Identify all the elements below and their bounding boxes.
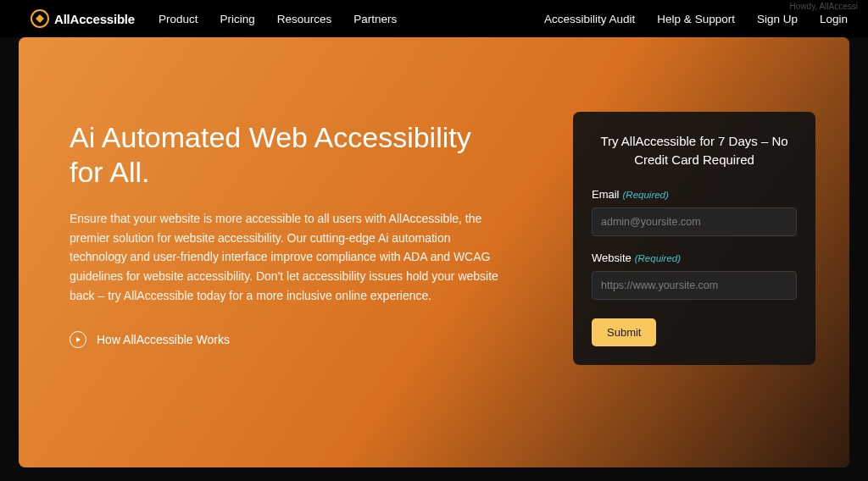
nav-help-support[interactable]: Help & Support	[657, 13, 735, 25]
how-it-works-link[interactable]: How AllAccessible Works	[70, 331, 230, 348]
nav-secondary: Accessibility Audit Help & Support Sign …	[544, 13, 848, 25]
website-label: Website(Required)	[592, 252, 797, 264]
play-icon	[70, 331, 86, 348]
logo-icon	[31, 9, 49, 28]
hero-headline: Ai Automated Web Accessibility for All.	[70, 120, 510, 191]
email-input[interactable]	[592, 207, 797, 236]
hero-section: Ai Automated Web Accessibility for All. …	[19, 37, 849, 467]
submit-button[interactable]: Submit	[592, 318, 656, 346]
nav-sign-up[interactable]: Sign Up	[757, 13, 798, 25]
email-label: Email(Required)	[592, 188, 797, 201]
nav-login[interactable]: Login	[820, 13, 848, 25]
email-label-text: Email	[592, 188, 620, 201]
website-input[interactable]	[592, 271, 797, 300]
website-label-text: Website	[592, 252, 632, 264]
website-field-group: Website(Required)	[592, 252, 797, 300]
brand-logo[interactable]: AllAccessible	[31, 9, 135, 28]
signup-card: Try AllAccessible for 7 Days – No Credit…	[573, 112, 815, 365]
website-required-text: (Required)	[635, 253, 681, 263]
nav-partners[interactable]: Partners	[353, 13, 397, 25]
main-header: AllAccessible Product Pricing Resources …	[0, 0, 868, 37]
greeting-text: Howdy, AllAccessi	[790, 2, 858, 11]
card-title: Try AllAccessible for 7 Days – No Credit…	[592, 132, 797, 169]
email-required-text: (Required)	[623, 190, 669, 200]
brand-name: AllAccessible	[54, 12, 135, 26]
nav-primary: Product Pricing Resources Partners	[159, 13, 397, 25]
nav-resources[interactable]: Resources	[277, 13, 332, 25]
hero-subcopy: Ensure that your website is more accessi…	[70, 209, 510, 305]
nav-accessibility-audit[interactable]: Accessibility Audit	[544, 13, 635, 25]
email-field-group: Email(Required)	[592, 188, 797, 236]
hero-copy: Ai Automated Web Accessibility for All. …	[70, 78, 510, 434]
how-it-works-label: How AllAccessible Works	[97, 333, 230, 346]
nav-pricing[interactable]: Pricing	[220, 13, 254, 25]
nav-product[interactable]: Product	[159, 13, 198, 25]
